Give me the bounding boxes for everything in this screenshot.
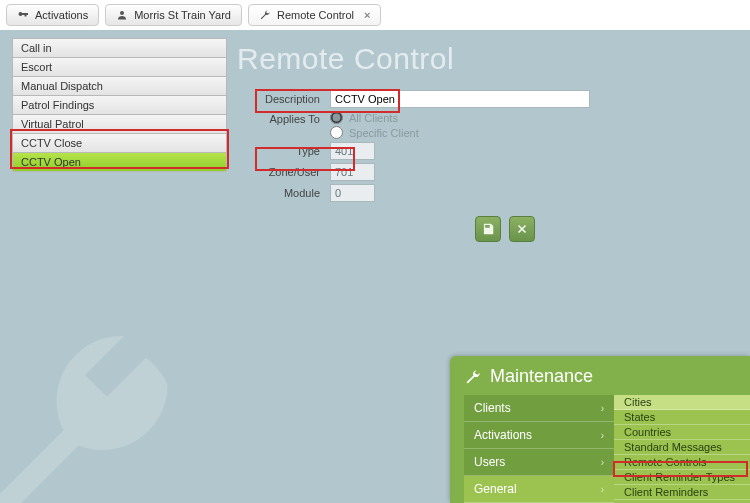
tab-label: Remote Control [277, 9, 354, 21]
sidebar-item-virtual-patrol[interactable]: Virtual Patrol [12, 114, 227, 134]
sidebar-item-patrol-findings[interactable]: Patrol Findings [12, 95, 227, 115]
key-icon [17, 9, 29, 21]
maintenance-title: Maintenance [490, 366, 593, 387]
sidebar-item-label: Virtual Patrol [21, 118, 84, 130]
wrench-watermark [0, 309, 200, 503]
maint-cat-activations[interactable]: Activations› [464, 422, 614, 449]
sidebar-item-label: Escort [21, 61, 52, 73]
maint-cat-label: General [474, 482, 517, 496]
sidebar-item-label: CCTV Close [21, 137, 82, 149]
description-input[interactable] [330, 90, 590, 108]
sidebar-item-escort[interactable]: Escort [12, 57, 227, 77]
maint-item-countries[interactable]: Countries [614, 425, 750, 440]
tab-bar: Activations Morris St Train Yard Remote … [0, 0, 750, 30]
maint-cat-label: Users [474, 455, 505, 469]
label-zone-user: Zone/User [235, 166, 330, 178]
maint-item-client-reminders[interactable]: Client Reminders [614, 485, 750, 500]
tab-label: Morris St Train Yard [134, 9, 231, 21]
close-icon[interactable]: × [364, 9, 370, 21]
user-icon [116, 9, 128, 21]
sidebar-item-cctv-open[interactable]: CCTV Open [12, 152, 227, 172]
sidebar-item-call-in[interactable]: Call in [12, 38, 227, 58]
chevron-right-icon: › [601, 430, 604, 441]
radio-label: All Clients [349, 112, 398, 124]
wrench-icon [464, 368, 482, 386]
label-type: Type [235, 145, 330, 157]
label-module: Module [235, 187, 330, 199]
sidebar-item-label: Patrol Findings [21, 99, 94, 111]
maint-item-states[interactable]: States [614, 410, 750, 425]
radio-specific-client[interactable]: Specific Client [330, 126, 419, 139]
label-applies-to: Applies To [235, 111, 330, 125]
maint-cat-clients[interactable]: Clients› [464, 395, 614, 422]
chevron-right-icon: › [601, 403, 604, 414]
sidebar-item-manual-dispatch[interactable]: Manual Dispatch [12, 76, 227, 96]
chevron-right-icon: › [601, 457, 604, 468]
maint-item-client-reminder-types[interactable]: Client Reminder Types [614, 470, 750, 485]
zone-user-input [330, 163, 375, 181]
maint-item-cities[interactable]: Cities [614, 395, 750, 410]
tab-location[interactable]: Morris St Train Yard [105, 4, 242, 26]
radio-label: Specific Client [349, 127, 419, 139]
save-icon [481, 222, 495, 236]
sidebar-item-label: Call in [21, 42, 52, 54]
tab-remote-control[interactable]: Remote Control × [248, 4, 381, 26]
form: Description Applies To All Clients Speci… [235, 90, 740, 242]
sidebar: Call in Escort Manual Dispatch Patrol Fi… [12, 38, 227, 171]
page-title: Remote Control [237, 42, 740, 76]
radio-input[interactable] [330, 126, 343, 139]
tab-label: Activations [35, 9, 88, 21]
svg-point-0 [120, 11, 124, 15]
maintenance-subitems: Cities States Countries Standard Message… [614, 395, 750, 503]
wrench-icon [259, 9, 271, 21]
sidebar-item-cctv-close[interactable]: CCTV Close [12, 133, 227, 153]
save-button[interactable] [475, 216, 501, 242]
label-description: Description [235, 93, 330, 105]
type-input [330, 142, 375, 160]
maint-cat-general[interactable]: General› [464, 476, 614, 503]
maint-cat-label: Clients [474, 401, 511, 415]
maint-item-remote-controls[interactable]: Remote Controls [614, 455, 750, 470]
radio-input[interactable] [330, 111, 343, 124]
maint-item-standard-messages[interactable]: Standard Messages [614, 440, 750, 455]
chevron-right-icon: › [601, 484, 604, 495]
close-icon [515, 222, 529, 236]
maint-cat-label: Activations [474, 428, 532, 442]
module-input [330, 184, 375, 202]
maint-cat-users[interactable]: Users› [464, 449, 614, 476]
radio-all-clients[interactable]: All Clients [330, 111, 419, 124]
sidebar-item-label: Manual Dispatch [21, 80, 103, 92]
tab-activations[interactable]: Activations [6, 4, 99, 26]
maintenance-categories: Clients› Activations› Users› General› [464, 395, 614, 503]
sidebar-item-label: CCTV Open [21, 156, 81, 168]
cancel-button[interactable] [509, 216, 535, 242]
maintenance-panel: Maintenance Clients› Activations› Users›… [450, 356, 750, 503]
